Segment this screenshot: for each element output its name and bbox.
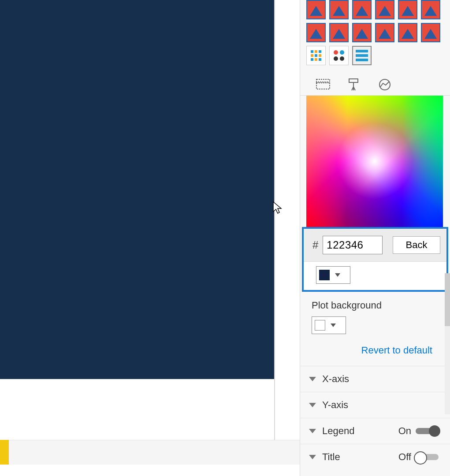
viz-type-icon[interactable] <box>329 46 349 65</box>
toggle-state-label: On <box>398 425 411 437</box>
viz-type-icon[interactable] <box>375 0 394 19</box>
back-button[interactable]: Back <box>393 236 440 254</box>
chevron-down-icon <box>309 377 316 381</box>
hex-color-input[interactable] <box>323 236 383 254</box>
plot-bg-swatch <box>315 320 325 331</box>
svg-rect-2 <box>349 79 358 82</box>
section-label: Y-axis <box>322 399 348 411</box>
viz-type-icon[interactable] <box>421 23 440 42</box>
scrollbar-thumb[interactable] <box>445 273 450 326</box>
format-tabs <box>300 72 450 96</box>
current-color-swatch <box>319 270 330 280</box>
viz-type-icon[interactable] <box>306 46 326 65</box>
hex-input-highlight: # Back <box>302 227 448 292</box>
section-label: X-axis <box>322 373 349 385</box>
panel-divider[interactable] <box>274 0 275 440</box>
section-y-axis[interactable]: Y-axis <box>300 392 450 418</box>
legend-toggle[interactable] <box>416 428 439 434</box>
viz-type-icon[interactable] <box>306 23 326 42</box>
viz-type-icon[interactable] <box>421 0 440 19</box>
viz-type-icon[interactable] <box>352 0 372 19</box>
page-tab-active[interactable] <box>0 440 9 465</box>
canvas-background <box>0 0 274 379</box>
viz-type-icon[interactable] <box>329 23 349 42</box>
title-toggle[interactable] <box>416 454 439 460</box>
report-canvas[interactable] <box>0 0 300 476</box>
chevron-down-icon <box>309 403 316 407</box>
section-title[interactable]: Title Off <box>300 444 450 470</box>
viz-type-icon[interactable] <box>329 0 349 19</box>
svg-rect-1 <box>316 79 330 82</box>
hex-prefix-label: # <box>312 239 318 251</box>
chevron-down-icon <box>309 455 316 459</box>
viz-type-icon[interactable] <box>398 23 417 42</box>
section-x-axis[interactable]: X-axis <box>300 366 450 392</box>
page-tab-bar[interactable] <box>9 440 300 465</box>
caret-down-icon <box>331 324 336 327</box>
color-spectrum-picker[interactable] <box>306 96 443 227</box>
plot-background-dropdown[interactable] <box>312 316 346 334</box>
fields-tab-icon[interactable] <box>315 78 331 92</box>
section-label: Legend <box>322 425 354 437</box>
format-tab-icon[interactable] <box>346 78 362 92</box>
section-legend[interactable]: Legend On <box>300 418 450 444</box>
section-label: Title <box>322 451 340 463</box>
viz-type-icon[interactable] <box>398 0 417 19</box>
color-swatch-dropdown[interactable] <box>316 266 350 284</box>
visualizations-pane: # Back Plot background Revert to default… <box>300 0 450 476</box>
revert-to-default-link[interactable]: Revert to default <box>300 337 450 366</box>
analytics-tab-icon[interactable] <box>377 78 393 92</box>
chevron-down-icon <box>309 429 316 433</box>
plot-background-label: Plot background <box>312 300 439 311</box>
viz-type-icon[interactable] <box>306 0 326 19</box>
viz-type-icon[interactable] <box>375 23 394 42</box>
viz-type-icon[interactable] <box>352 46 372 65</box>
caret-down-icon <box>335 273 340 277</box>
viz-type-icon[interactable] <box>352 23 372 42</box>
svg-rect-0 <box>316 83 330 89</box>
toggle-state-label: Off <box>398 451 411 463</box>
visualization-type-gallery <box>300 0 450 72</box>
